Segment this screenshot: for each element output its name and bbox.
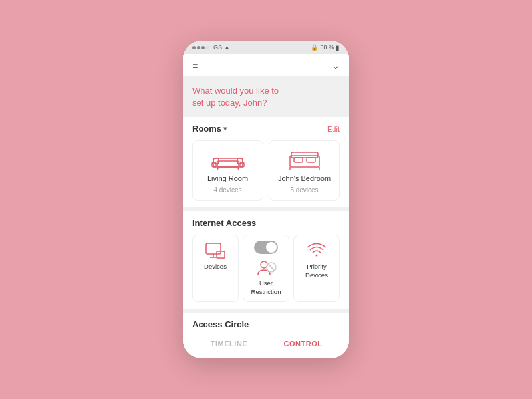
- greeting-section: What would you like to set up today, Joh…: [183, 77, 349, 117]
- bedroom-devices: 5 devices: [290, 186, 318, 194]
- app-content: ≡ ⌄ What would you like to set up today,…: [183, 54, 349, 358]
- access-circle-section: Access Circle TIMELINE CONTROL: [183, 313, 349, 358]
- priority-devices-card[interactable]: Priority Devices: [293, 235, 340, 302]
- greeting-text: What would you like to set up today, Joh…: [192, 85, 340, 109]
- rooms-grid: Living Room 4 devices John's Bedroom 5 d…: [192, 140, 340, 201]
- status-right: 🔒 58 % ▮: [311, 44, 340, 51]
- user-restriction-icon: [255, 259, 277, 276]
- rooms-header: Rooms ▾ Edit: [192, 124, 340, 134]
- internet-section: Internet Access Devices: [183, 211, 349, 313]
- svg-rect-14: [206, 243, 221, 254]
- svg-line-22: [268, 264, 275, 271]
- bed-icon: [287, 149, 322, 170]
- tab-control[interactable]: CONTROL: [266, 336, 340, 352]
- svg-rect-12: [294, 158, 303, 162]
- svg-rect-9: [291, 152, 318, 158]
- rooms-dropdown-icon[interactable]: ▾: [223, 125, 227, 132]
- monitor-icon: [205, 242, 226, 259]
- phone-shell: GS ▲ 🔒 58 % ▮ ≡ ⌄ What would you like to…: [183, 41, 349, 358]
- devices-card[interactable]: Devices: [192, 235, 239, 302]
- tab-timeline[interactable]: TIMELINE: [192, 336, 266, 352]
- carrier-label: GS: [213, 44, 222, 51]
- rooms-edit-button[interactable]: Edit: [327, 125, 340, 133]
- rooms-title: Rooms ▾: [192, 124, 227, 134]
- rooms-section: Rooms ▾ Edit: [183, 117, 349, 211]
- bedroom-card[interactable]: John's Bedroom 5 devices: [269, 140, 340, 201]
- dropdown-icon[interactable]: ⌄: [332, 61, 340, 71]
- internet-title: Internet Access: [192, 218, 256, 228]
- living-room-devices: 4 devices: [213, 186, 241, 194]
- access-circle-tabs: TIMELINE CONTROL: [192, 336, 340, 352]
- toggle-knob: [266, 242, 277, 253]
- user-restriction-card[interactable]: User Restriction: [243, 235, 289, 302]
- header-bar: ≡ ⌄: [183, 54, 349, 77]
- signal-dots: [192, 46, 209, 49]
- user-restriction-label: User Restriction: [246, 279, 286, 296]
- battery-label: 58 %: [320, 44, 334, 51]
- devices-label: Devices: [204, 263, 227, 271]
- greeting-line1: What would you like to: [192, 86, 279, 96]
- access-circle-title: Access Circle: [192, 319, 249, 329]
- sofa-icon: [211, 149, 245, 170]
- wifi-icon: ▲: [224, 44, 230, 51]
- priority-devices-label: Priority Devices: [297, 263, 336, 279]
- bedroom-name: John's Bedroom: [278, 174, 331, 182]
- living-room-name: Living Room: [207, 174, 248, 182]
- status-bar: GS ▲ 🔒 58 % ▮: [183, 41, 349, 54]
- user-restriction-toggle[interactable]: [254, 241, 278, 254]
- svg-rect-3: [217, 161, 239, 167]
- internet-header: Internet Access: [192, 218, 340, 228]
- living-room-card[interactable]: Living Room 4 devices: [192, 140, 263, 201]
- menu-icon[interactable]: ≡: [192, 61, 198, 71]
- access-circle-header: Access Circle: [192, 319, 340, 329]
- status-left: GS ▲: [192, 44, 230, 51]
- battery-icon: ▮: [336, 44, 340, 51]
- internet-grid: Devices User Restriction: [192, 235, 340, 302]
- lock-icon: 🔒: [311, 44, 318, 51]
- wifi-priority-icon: [306, 242, 327, 259]
- greeting-line2: set up today, John?: [192, 98, 267, 108]
- svg-rect-13: [307, 158, 315, 162]
